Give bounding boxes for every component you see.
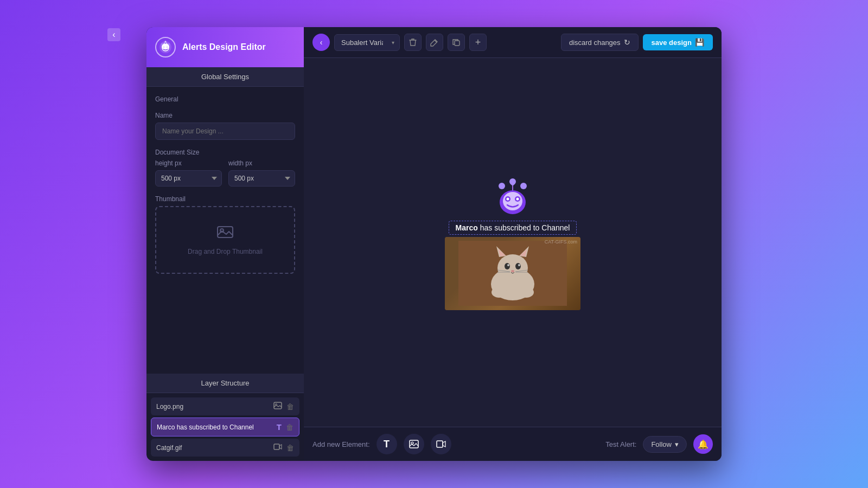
add-video-button[interactable] [431, 434, 451, 454]
bell-icon: 🔔 [698, 439, 709, 450]
document-size-label: Document Size [155, 149, 295, 156]
svg-rect-13 [274, 444, 279, 450]
add-button[interactable]: + [469, 34, 487, 51]
svg-point-42 [492, 287, 507, 298]
discard-label: discard changes [569, 38, 621, 47]
add-element-label: Add new Element: [312, 440, 370, 448]
variant-select[interactable]: Subalert Variante [334, 34, 400, 51]
layer-name-active: Marco has subscribed to Channel [157, 423, 272, 431]
svg-point-33 [505, 263, 510, 269]
height-col: height px 500 px [155, 159, 222, 187]
add-text-button[interactable]: T [376, 434, 397, 454]
svg-point-8 [168, 43, 170, 45]
edit-button[interactable] [426, 34, 443, 51]
svg-point-28 [497, 254, 528, 281]
height-select[interactable]: 500 px [155, 170, 222, 187]
svg-point-23 [516, 197, 519, 200]
svg-point-15 [499, 183, 505, 189]
cat-image: CAT-GIFS.com [445, 237, 580, 310]
discard-button[interactable]: discard changes ↻ [561, 34, 639, 51]
app-logo-icon [155, 37, 176, 57]
variant-select-wrapper: Subalert Variante ▾ [334, 34, 400, 51]
thumbnail-drop-text: Drag and Drop Thumbnail [188, 247, 263, 256]
svg-point-25 [511, 182, 514, 185]
layer-delete-gif-icon[interactable]: 🗑 [286, 444, 294, 452]
svg-point-17 [520, 183, 527, 189]
svg-point-7 [164, 42, 166, 44]
notification-button[interactable]: 🔔 [693, 434, 713, 454]
preview-logo [491, 175, 534, 219]
layer-video-icon [273, 443, 282, 452]
global-settings-header: Global Settings [146, 67, 304, 87]
thumbnail-upload-icon [216, 223, 234, 242]
left-content: Global Settings General Name Document Si… [146, 67, 304, 461]
save-label: save design [652, 38, 692, 47]
preview-text-element[interactable]: Marco has subscribed to Channel [449, 221, 577, 235]
gif-watermark: CAT-GIFS.com [545, 239, 577, 245]
thumbnail-drop-zone[interactable]: Drag and Drop Thumbnail [155, 206, 295, 274]
follow-label: Follow [651, 440, 672, 448]
layer-item-gif[interactable]: Catgif.gif 🗑 [151, 439, 299, 457]
bottom-toolbar: Add new Element: T Test Alert: Follow [304, 427, 722, 461]
width-col: width px 500 px [228, 159, 295, 187]
thumbnail-group: Thumbnail Drag and Drop Thumbnail [155, 195, 295, 274]
general-label: General [155, 95, 295, 103]
test-alert-label: Test Alert: [605, 440, 636, 448]
follow-button[interactable]: Follow ▾ [643, 436, 687, 453]
follow-chevron-icon: ▾ [675, 440, 679, 448]
top-toolbar: ‹ Subalert Variante ▾ [304, 27, 722, 58]
add-image-button[interactable] [404, 434, 424, 454]
general-group: General [155, 95, 295, 103]
svg-point-34 [515, 263, 521, 269]
svg-point-36 [518, 264, 520, 266]
layer-image-icon [273, 402, 282, 411]
name-input[interactable] [155, 123, 295, 140]
height-label: height px [155, 159, 222, 167]
canvas-area: Marco has subscribed to Channel [304, 58, 722, 427]
layer-name-gif: Catgif.gif [156, 444, 269, 452]
document-size-group: Document Size height px 500 px width px … [155, 149, 295, 187]
delete-button[interactable] [404, 34, 422, 51]
back-button[interactable]: ‹ [312, 34, 330, 51]
name-group: Name [155, 112, 295, 140]
svg-point-37 [511, 270, 514, 272]
svg-point-43 [519, 287, 534, 298]
layer-structure-header: Layer Structure [146, 374, 304, 393]
left-header: Alerts Design Editor [146, 27, 304, 67]
canvas-preview: Marco has subscribed to Channel [445, 175, 580, 310]
doc-size-row: height px 500 px width px 500 px [155, 159, 295, 187]
preview-text-bold: Marco [456, 223, 478, 232]
width-select[interactable]: 500 px [228, 170, 295, 187]
layer-section: Layer Structure Logo.png 🗑 [146, 374, 304, 461]
preview-text-rest: has subscribed to Channel [478, 223, 570, 232]
save-icon: 💾 [695, 38, 704, 47]
left-panel: Alerts Design Editor ‹ Global Settings G… [146, 27, 304, 461]
svg-point-22 [507, 197, 509, 200]
thumbnail-label: Thumbnail [155, 195, 295, 203]
app-title: Alerts Design Editor [182, 42, 266, 52]
preview-gif-element: CAT-GIFS.com [445, 237, 580, 310]
copy-button[interactable] [448, 34, 465, 51]
layer-delete-icon[interactable]: 🗑 [286, 402, 294, 411]
main-window: Alerts Design Editor ‹ Global Settings G… [146, 27, 722, 461]
svg-rect-11 [274, 402, 282, 409]
layer-delete-active-icon[interactable]: 🗑 [286, 423, 293, 432]
discard-refresh-icon: ↻ [624, 38, 630, 47]
name-label: Name [155, 112, 295, 119]
svg-point-35 [507, 264, 509, 266]
svg-rect-9 [218, 227, 233, 237]
svg-rect-14 [455, 41, 459, 46]
layer-list: Logo.png 🗑 Marco has subscribed to [146, 393, 304, 461]
svg-rect-46 [437, 441, 443, 447]
svg-rect-44 [410, 440, 418, 448]
layer-item[interactable]: Logo.png 🗑 [151, 397, 299, 415]
layer-item-active[interactable]: Marco has subscribed to Channel T 🗑 [151, 418, 299, 436]
svg-point-45 [411, 442, 413, 444]
svg-point-19 [503, 192, 522, 210]
width-label: width px [228, 159, 295, 167]
settings-area: General Name Document Size height px 500… [146, 87, 304, 374]
svg-point-6 [161, 43, 163, 45]
save-button[interactable]: save design 💾 [643, 34, 713, 50]
layer-name: Logo.png [156, 403, 269, 410]
right-panel: ‹ Subalert Variante ▾ [304, 27, 722, 461]
